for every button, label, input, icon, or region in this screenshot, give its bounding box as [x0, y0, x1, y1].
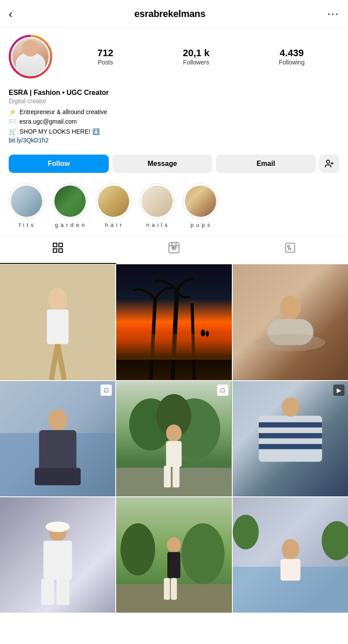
svg-point-55	[46, 522, 70, 532]
highlight-nails-label: n a i l s	[146, 222, 168, 228]
highlight-hair[interactable]: h a i r	[96, 183, 131, 228]
grid-cell-2[interactable]	[116, 264, 231, 380]
svg-rect-37	[35, 468, 81, 485]
svg-point-61	[181, 523, 225, 584]
svg-point-71	[233, 515, 259, 550]
add-friend-button[interactable]	[319, 155, 339, 173]
bio-line-3: 🛒 SHOP MY LOOKS HERE! ⬇️	[9, 127, 339, 136]
posts-stat[interactable]: 712 Posts	[97, 47, 114, 66]
svg-point-69	[281, 539, 299, 560]
bio-line-2: ✉️ esra.ugc@gmail.com	[9, 117, 339, 126]
svg-rect-46	[173, 465, 180, 487]
grid-icon	[52, 242, 64, 257]
svg-rect-4	[59, 243, 63, 247]
bio-section: ESRA | Fashion • UGC Creator Digital cre…	[0, 89, 348, 151]
svg-rect-3	[54, 243, 57, 247]
svg-point-60	[120, 523, 155, 576]
action-buttons: Follow Message Email	[0, 151, 348, 180]
grid-cell-4[interactable]: □	[0, 381, 115, 496]
tab-grid[interactable]	[0, 236, 116, 264]
bio-line-1: ⚡ Entrepreneur & allround creative	[9, 107, 339, 117]
svg-point-30	[280, 296, 301, 320]
reels-icon	[168, 242, 180, 257]
grid-cell-9[interactable]	[233, 497, 348, 613]
highlight-pups[interactable]: p u p s	[183, 183, 218, 228]
highlight-hair-label: h a i r	[105, 222, 122, 228]
svg-rect-70	[280, 559, 300, 581]
grid-cell-1[interactable]	[0, 264, 115, 380]
highlight-fits-label: f i t s	[19, 222, 34, 228]
highlights-row: f i t s g a r d e n h a i r n a i l s	[0, 183, 348, 228]
tab-reels[interactable]	[116, 236, 232, 264]
svg-rect-5	[54, 249, 57, 253]
following-stat[interactable]: 4.439 Following	[279, 47, 304, 66]
svg-rect-44	[166, 441, 182, 467]
reel-badge-6: ▶	[333, 384, 345, 396]
highlight-garden-label: g a r d e n	[55, 222, 85, 228]
svg-point-18	[48, 288, 67, 310]
email-button[interactable]: Email	[216, 155, 316, 173]
svg-rect-6	[59, 249, 63, 253]
svg-marker-12	[173, 247, 175, 249]
svg-rect-57	[41, 579, 54, 605]
svg-rect-64	[167, 552, 181, 578]
avatar[interactable]	[9, 35, 52, 78]
svg-rect-56	[44, 541, 72, 580]
followers-stat[interactable]: 20,1 k Followers	[183, 47, 209, 66]
video-badge-4: □	[100, 384, 112, 396]
message-button[interactable]: Message	[112, 155, 212, 173]
svg-point-0	[327, 160, 330, 163]
svg-rect-66	[171, 578, 177, 600]
highlight-fits[interactable]: f i t s	[9, 183, 44, 228]
profile-category: Digital creator	[9, 98, 339, 105]
svg-point-14	[288, 245, 290, 247]
svg-rect-13	[285, 243, 294, 253]
highlight-pups-label: p u p s	[191, 222, 211, 228]
svg-rect-51	[259, 444, 322, 449]
back-button[interactable]: ‹	[9, 8, 13, 20]
svg-point-63	[167, 537, 181, 553]
svg-point-28	[206, 331, 209, 337]
follow-button[interactable]: Follow	[9, 155, 109, 173]
video-badge-5: □	[217, 384, 228, 396]
svg-point-27	[201, 330, 205, 337]
grid-cell-5[interactable]: □	[116, 381, 231, 496]
svg-rect-50	[259, 433, 322, 438]
highlights-section: f i t s g a r d e n h a i r n a i l s	[0, 180, 348, 235]
profile-name: ESRA | Fashion • UGC Creator	[9, 89, 339, 97]
stats-row: 712 Posts 20,1 k Followers 4.439 Followi…	[63, 47, 339, 66]
svg-rect-58	[57, 579, 70, 605]
tagged-icon	[284, 242, 296, 257]
more-options-button[interactable]: ···	[327, 7, 339, 20]
svg-rect-19	[47, 310, 69, 344]
svg-point-52	[281, 397, 299, 416]
grid-cell-8[interactable]	[116, 497, 231, 613]
username-title: esrabrekelmans	[134, 8, 205, 20]
svg-point-32	[256, 334, 325, 351]
svg-rect-65	[164, 578, 170, 600]
svg-point-43	[166, 424, 182, 442]
photo-grid: □ □	[0, 264, 348, 613]
profile-section: 712 Posts 20,1 k Followers 4.439 Followi…	[0, 28, 348, 89]
bio-link[interactable]: bit.ly/3QkD1h2	[9, 137, 49, 144]
grid-cell-6[interactable]: ▶	[233, 381, 348, 496]
highlight-garden[interactable]: g a r d e n	[52, 183, 88, 228]
svg-point-35	[48, 409, 67, 431]
tab-tagged[interactable]	[232, 236, 348, 264]
grid-cell-3[interactable]	[233, 264, 348, 380]
grid-cell-7[interactable]	[0, 497, 115, 613]
svg-rect-36	[39, 430, 77, 473]
svg-rect-45	[164, 465, 171, 487]
tab-bar	[0, 235, 348, 264]
svg-rect-26	[116, 334, 231, 360]
header: ‹ esrabrekelmans ···	[0, 0, 348, 28]
svg-rect-49	[259, 422, 322, 427]
highlight-nails[interactable]: n a i l s	[139, 183, 175, 228]
